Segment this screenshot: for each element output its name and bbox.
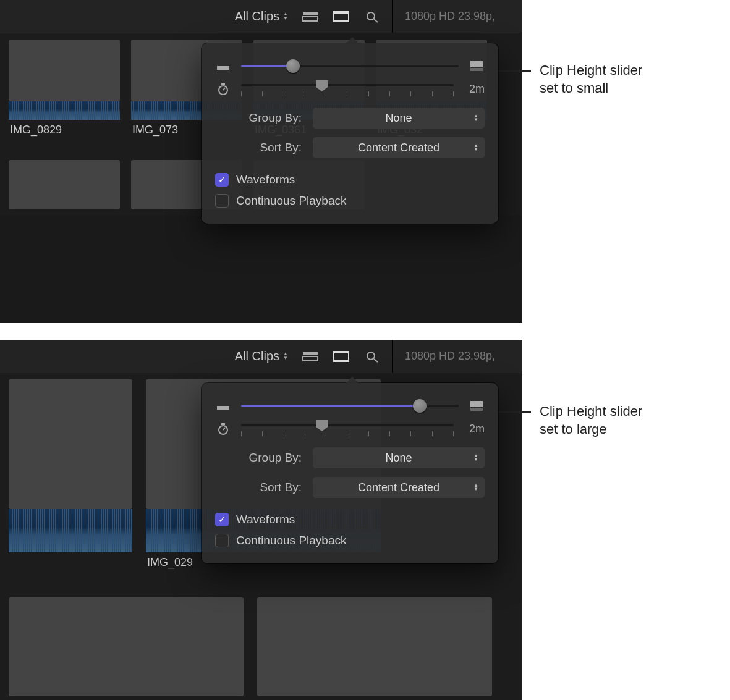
clip-height-slider[interactable] [241, 59, 459, 73]
clip-filter-label: All Clips [235, 9, 279, 23]
svg-rect-4 [334, 20, 349, 22]
svg-rect-20 [217, 406, 229, 410]
continuous-playback-checkbox-row[interactable]: Continuous Playback [215, 190, 485, 211]
list-view-icon[interactable] [302, 10, 319, 23]
clip-appearance-popup: 2m Group By: None ▲▼ Sort By: Content Cr… [202, 383, 498, 563]
clip-small-icon [215, 61, 231, 71]
sort-by-select[interactable]: Content Created ▲▼ [313, 137, 485, 158]
sort-by-value: Content Created [358, 141, 439, 154]
search-icon[interactable] [363, 10, 381, 23]
list-view-icon[interactable] [302, 350, 319, 363]
format-label: 1080p HD 23.98p, [393, 340, 522, 373]
svg-rect-17 [334, 360, 349, 361]
continuous-playback-checkbox-row[interactable]: Continuous Playback [215, 530, 485, 551]
svg-line-19 [374, 359, 378, 362]
svg-rect-12 [221, 83, 225, 85]
waveforms-label: Waveforms [236, 513, 295, 526]
duration-slider[interactable] [241, 79, 454, 99]
waveforms-checkbox-row[interactable]: ✓ Waveforms [215, 169, 485, 190]
callout-large: Clip Height sliderset to large [484, 403, 642, 438]
chevron-updown-icon: ▲▼ [473, 484, 478, 491]
toolbar: All Clips ▲▼ 1080p HD 23.98p, [0, 0, 522, 33]
clip-waveform [9, 101, 120, 120]
chevron-updown-icon: ▲▼ [283, 12, 288, 20]
clip-thumbnail [257, 597, 492, 696]
duration-value: 2m [464, 423, 485, 436]
clip-item[interactable] [9, 160, 120, 209]
duration-value: 2m [464, 83, 485, 96]
group-by-value: None [385, 452, 412, 465]
checkbox-unchecked-icon [215, 194, 229, 208]
callout-text: Clip Height sliderset to small [531, 62, 642, 97]
clip-item[interactable] [257, 597, 492, 696]
duration-slider[interactable] [241, 419, 454, 439]
callout-text: Clip Height sliderset to large [531, 403, 642, 438]
svg-rect-1 [303, 17, 318, 21]
svg-rect-16 [334, 352, 349, 353]
clip-small-icon [215, 401, 231, 411]
clip-thumbnail [9, 597, 244, 696]
clip-item[interactable] [9, 597, 244, 696]
group-by-select[interactable]: None ▲▼ [313, 447, 485, 468]
group-by-label: Group By: [215, 111, 302, 125]
clip-filter-popup[interactable]: All Clips ▲▼ [235, 9, 288, 23]
stopwatch-icon [215, 82, 231, 96]
waveforms-label: Waveforms [236, 173, 295, 187]
svg-point-18 [367, 352, 375, 360]
svg-line-6 [374, 19, 378, 22]
browser-panel-small: All Clips ▲▼ 1080p HD 23.98p, IMG_0829IM… [0, 0, 522, 323]
clip-waveform [9, 509, 132, 552]
chevron-updown-icon: ▲▼ [473, 114, 478, 122]
toolbar: All Clips ▲▼ 1080p HD 23.98p, [0, 340, 522, 373]
checkbox-checked-icon: ✓ [215, 513, 229, 526]
format-label: 1080p HD 23.98p, [393, 0, 522, 33]
clip-thumbnail [9, 379, 132, 509]
clip-filter-popup[interactable]: All Clips ▲▼ [235, 349, 288, 363]
chevron-updown-icon: ▲▼ [473, 454, 478, 462]
svg-rect-13 [303, 352, 318, 355]
sort-by-label: Sort By: [215, 141, 302, 154]
chevron-updown-icon: ▲▼ [283, 352, 288, 360]
waveforms-checkbox-row[interactable]: ✓ Waveforms [215, 509, 485, 530]
svg-rect-0 [303, 12, 318, 15]
filmstrip-view-icon[interactable] [333, 350, 350, 363]
svg-rect-21 [470, 401, 483, 407]
svg-point-5 [367, 12, 375, 20]
svg-rect-25 [221, 423, 225, 425]
sort-by-label: Sort By: [215, 481, 302, 494]
clip-item[interactable]: IMG_0829 [9, 40, 120, 138]
clip-large-icon [469, 400, 485, 411]
group-by-label: Group By: [215, 451, 302, 465]
clip-thumbnail [9, 160, 120, 209]
svg-rect-22 [470, 408, 483, 411]
svg-rect-9 [470, 68, 483, 71]
group-by-value: None [385, 112, 412, 125]
clip-large-icon [469, 61, 485, 72]
svg-rect-7 [217, 66, 229, 70]
clip-item[interactable] [9, 379, 132, 570]
callout-small: Clip Height sliderset to small [484, 62, 642, 97]
continuous-label: Continuous Playback [236, 194, 347, 208]
filmstrip-view-icon[interactable] [333, 10, 350, 23]
clip-height-slider[interactable] [241, 399, 459, 413]
svg-line-24 [223, 428, 225, 430]
svg-rect-3 [334, 12, 349, 14]
clip-thumbnail [9, 40, 120, 101]
browser-panel-large: All Clips ▲▼ 1080p HD 23.98p, IMG_029 [0, 340, 522, 700]
checkbox-unchecked-icon [215, 534, 229, 547]
group-by-select[interactable]: None ▲▼ [313, 108, 485, 129]
clip-filter-label: All Clips [235, 349, 279, 363]
search-icon[interactable] [363, 350, 381, 363]
svg-rect-8 [470, 61, 483, 67]
svg-line-11 [223, 88, 225, 90]
svg-rect-14 [303, 356, 318, 361]
clip-appearance-popup: 2m Group By: None ▲▼ Sort By: Content Cr… [202, 43, 498, 224]
continuous-label: Continuous Playback [236, 534, 347, 547]
chevron-updown-icon: ▲▼ [473, 144, 478, 151]
checkbox-checked-icon: ✓ [215, 173, 229, 187]
stopwatch-icon [215, 422, 231, 436]
sort-by-value: Content Created [358, 481, 439, 494]
sort-by-select[interactable]: Content Created ▲▼ [313, 477, 485, 498]
clip-label: IMG_0829 [9, 120, 120, 138]
